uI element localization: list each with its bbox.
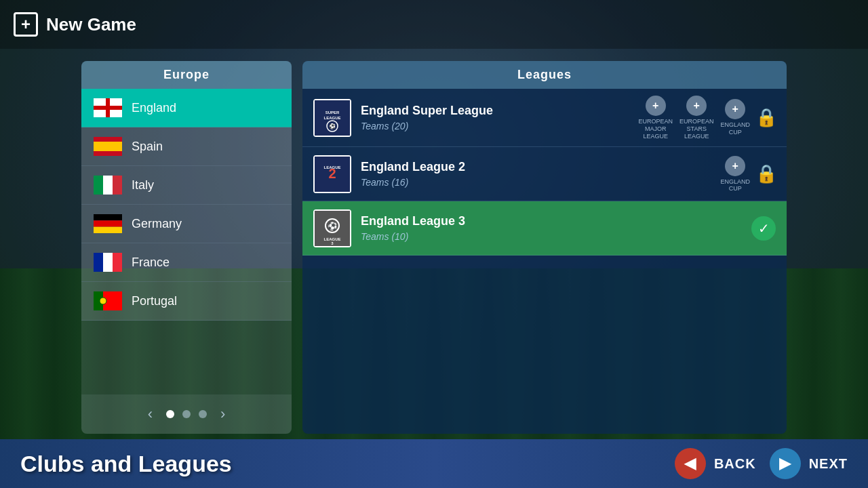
league-name-super-league: England Super League	[361, 104, 629, 118]
extra-badge-label-1: EUROPEANMAJORLEAGUE	[638, 118, 673, 140]
country-item-spain[interactable]: Spain	[81, 127, 292, 166]
league-info-league-2: England League 2 Teams (16)	[361, 160, 711, 188]
lock-icon-league-2: 🔒	[757, 163, 776, 186]
prev-page-button[interactable]: ‹	[142, 403, 158, 426]
svg-rect-13	[113, 253, 122, 272]
super-league-logo-svg: SUPER LEAGUE ⚽	[315, 100, 350, 136]
next-circle: ▶	[770, 448, 801, 479]
svg-text:⚽: ⚽	[329, 123, 336, 129]
new-game-button[interactable]: + New Game	[14, 12, 136, 37]
page-dot-1[interactable]	[166, 410, 174, 418]
plus-icon: +	[14, 12, 38, 37]
page-dot-3[interactable]	[199, 410, 207, 418]
svg-text:LEAGUE: LEAGUE	[323, 116, 340, 120]
league-item-super-league[interactable]: SUPER LEAGUE ⚽ England Super League Team…	[302, 89, 787, 147]
bottom-bar: Clubs and Leagues ◀ BACK ▶ NEXT	[0, 439, 868, 488]
bottom-actions: ◀ BACK ▶ NEXT	[675, 448, 868, 479]
league-info-league-3: England League 3 Teams (10)	[361, 214, 742, 242]
svg-rect-11	[94, 253, 103, 272]
league-logo-super-league: SUPER LEAGUE ⚽	[313, 99, 351, 137]
country-panel-header: Europe	[81, 61, 292, 89]
next-arrow-icon: ▶	[779, 455, 791, 472]
extra-badge-circle-3: +	[725, 99, 745, 119]
svg-rect-9	[94, 220, 122, 226]
league-extras-league-3: ✓	[751, 216, 776, 241]
league-extras-super-league: + EUROPEANMAJORLEAGUE + EUROPEANSTARSLEA…	[638, 96, 776, 140]
back-label: BACK	[714, 456, 756, 472]
league-item-league-3[interactable]: ⚽ LEAGUE 3 England League 3 Teams (10) ✓	[302, 201, 787, 256]
league-info-super-league: England Super League Teams (20)	[361, 104, 629, 131]
extra-badge-label-4: ENGLANDCUP	[720, 178, 750, 193]
svg-rect-10	[94, 227, 122, 233]
main-content: Europe England Spain	[81, 61, 787, 434]
back-button[interactable]: ◀ BACK	[675, 448, 756, 479]
league-list: SUPER LEAGUE ⚽ England Super League Team…	[302, 89, 787, 434]
next-label: NEXT	[809, 456, 848, 472]
league-teams-league-3: Teams (10)	[361, 231, 742, 242]
league-name-league-3: England League 3	[361, 214, 742, 228]
country-item-germany[interactable]: Germany	[81, 205, 292, 243]
lock-icon-super-league: 🔒	[757, 106, 776, 129]
country-item-england[interactable]: England	[81, 89, 292, 127]
next-page-button[interactable]: ›	[215, 403, 231, 426]
league-name-league-2: England League 2	[361, 160, 711, 174]
flag-italy	[94, 176, 122, 195]
svg-text:⚽: ⚽	[328, 221, 338, 231]
flag-portugal	[94, 291, 122, 310]
league-logo-league-3: ⚽ LEAGUE 3	[313, 209, 351, 247]
extra-badge-circle-1: +	[646, 96, 666, 116]
svg-rect-2	[94, 106, 122, 110]
extra-badge-england-cup-1[interactable]: + ENGLANDCUP	[720, 99, 750, 136]
extra-badge-circle-4: +	[725, 156, 745, 176]
svg-rect-5	[94, 176, 103, 195]
flag-france	[94, 253, 122, 272]
new-game-label: New Game	[46, 14, 136, 35]
back-circle: ◀	[675, 448, 706, 479]
country-item-italy[interactable]: Italy	[81, 166, 292, 205]
back-arrow-icon: ◀	[684, 455, 696, 472]
svg-point-16	[100, 298, 106, 304]
league-teams-league-2: Teams (16)	[361, 177, 711, 188]
extra-badge-label-3: ENGLANDCUP	[720, 121, 750, 136]
svg-rect-8	[94, 214, 122, 220]
svg-text:2: 2	[328, 166, 336, 181]
extra-badge-european-stars[interactable]: + EUROPEANSTARSLEAGUE	[679, 96, 714, 140]
league-item-league-2[interactable]: LEAGUE 2 England League 2 Teams (16) + E…	[302, 147, 787, 201]
next-button[interactable]: ▶ NEXT	[770, 448, 848, 479]
flag-germany	[94, 214, 122, 233]
country-list: England Spain Italy	[81, 89, 292, 394]
extra-badge-european-major[interactable]: + EUROPEANMAJORLEAGUE	[638, 96, 673, 140]
extra-badge-circle-2: +	[686, 96, 707, 116]
leagues-header: Leagues	[302, 61, 787, 89]
svg-text:SUPER: SUPER	[326, 110, 340, 115]
page-dot-2[interactable]	[182, 410, 191, 418]
league3-logo-svg: ⚽ LEAGUE 3	[315, 211, 350, 246]
flag-spain	[94, 137, 122, 156]
svg-rect-7	[113, 176, 122, 195]
svg-rect-6	[103, 176, 113, 195]
extra-badge-label-2: EUROPEANSTARSLEAGUE	[679, 118, 714, 140]
extra-badge-england-cup-2[interactable]: + ENGLANDCUP	[720, 156, 750, 193]
svg-rect-12	[103, 253, 113, 272]
league-teams-super-league: Teams (20)	[361, 121, 629, 131]
leagues-panel: Leagues SUPER LEAGUE ⚽ England Super Lea…	[302, 61, 787, 434]
country-item-portugal[interactable]: Portugal	[81, 282, 292, 321]
country-item-france[interactable]: France	[81, 243, 292, 282]
bottom-title-area: Clubs and Leagues	[0, 451, 675, 477]
league-extras-league-2: + ENGLANDCUP 🔒	[720, 156, 776, 193]
flag-england	[94, 98, 122, 117]
pagination: ‹ ›	[81, 394, 292, 434]
bottom-title-text: Clubs and Leagues	[20, 451, 232, 476]
country-panel: Europe England Spain	[81, 61, 292, 434]
check-icon-league-3: ✓	[751, 216, 776, 241]
league-logo-league-2: LEAGUE 2	[313, 155, 351, 193]
top-bar: + New Game	[0, 0, 868, 49]
league2-logo-svg: LEAGUE 2	[315, 157, 350, 192]
svg-rect-4	[94, 142, 122, 151]
